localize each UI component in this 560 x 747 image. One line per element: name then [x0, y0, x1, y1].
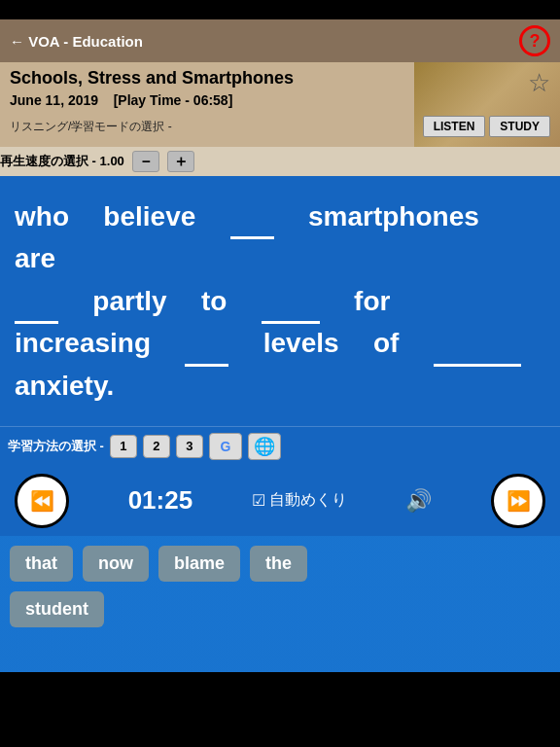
- word-chip-student[interactable]: student: [10, 591, 104, 627]
- word-choices-row-1: that now blame the: [10, 546, 550, 582]
- study-button[interactable]: STUDY: [489, 116, 550, 137]
- word-chip-now[interactable]: now: [83, 546, 149, 582]
- header-top: ← VOA - Education ?: [0, 19, 560, 62]
- word-smartphones: smartphones: [308, 201, 479, 231]
- word-increasing: increasing: [15, 328, 151, 358]
- help-button[interactable]: ?: [519, 25, 550, 56]
- study-num-btn-2[interactable]: 2: [143, 435, 170, 458]
- word-chip-blame[interactable]: blame: [158, 546, 240, 582]
- article-date: June 11, 2019: [10, 92, 98, 108]
- word-levels: levels: [263, 328, 339, 358]
- article-title: Schools, Stress and Smartphones: [10, 68, 550, 89]
- fast-forward-button[interactable]: ⏩: [491, 474, 545, 528]
- speed-label: 再生速度の選択 - 1.00: [0, 153, 124, 170]
- word-chip-that[interactable]: that: [10, 546, 73, 582]
- blank-3: [262, 320, 320, 324]
- study-method-row: 学習方法の選択 - 1 2 3 G 🌐: [0, 426, 560, 466]
- time-display: 01:25: [128, 485, 193, 516]
- study-num-btn-1[interactable]: 1: [110, 435, 137, 458]
- word-chip-the[interactable]: the: [250, 546, 307, 582]
- study-num-btn-3[interactable]: 3: [176, 435, 203, 458]
- word-to: to: [201, 286, 227, 316]
- word-believe: believe: [103, 201, 195, 231]
- word-for: for: [354, 286, 390, 316]
- article-meta: June 11, 2019 [Play Time - 06:58]: [10, 92, 550, 108]
- google-translate-button[interactable]: G: [209, 433, 242, 460]
- word-who: who: [15, 201, 69, 231]
- word-choices-row-2: student: [10, 591, 550, 627]
- auto-scroll-check[interactable]: ☑: [252, 491, 265, 510]
- auto-scroll: ☑ 自動めくり: [252, 490, 347, 511]
- speed-increase-button[interactable]: ＋: [167, 151, 194, 172]
- word-anxiety: anxiety.: [15, 371, 114, 401]
- header: ← VOA - Education ? Schools, Stress and …: [0, 19, 560, 176]
- star-button[interactable]: ☆: [528, 68, 550, 98]
- speed-row: 再生速度の選択 - 1.00 － ＋: [0, 147, 560, 176]
- play-time: [Play Time - 06:58]: [114, 92, 233, 108]
- speed-decrease-button[interactable]: －: [132, 151, 159, 172]
- word-choices-area: that now blame the student: [0, 536, 560, 672]
- listen-button[interactable]: LISTEN: [423, 116, 486, 137]
- playback-row: ⏪ 01:25 ☑ 自動めくり 🔊 ⏩: [0, 466, 560, 536]
- main-content: who believe smartphones are partly to fo…: [0, 176, 560, 426]
- status-bar: [0, 0, 560, 19]
- blank-2: [15, 320, 58, 324]
- fill-text: who believe smartphones are partly to fo…: [15, 196, 545, 407]
- word-partly: partly: [92, 286, 166, 316]
- mode-buttons: LISTEN STUDY: [423, 116, 550, 137]
- blank-4: [185, 363, 228, 367]
- back-button[interactable]: ← VOA - Education: [10, 33, 143, 50]
- word-are: are: [15, 243, 55, 273]
- mode-row: リスニング/学習モードの選択 - LISTEN STUDY: [10, 112, 550, 141]
- auto-scroll-label: 自動めくり: [269, 490, 347, 511]
- word-of: of: [373, 328, 399, 358]
- browser-button[interactable]: 🌐: [248, 433, 281, 460]
- study-method-label: 学習方法の選択 -: [8, 438, 104, 455]
- header-content: Schools, Stress and Smartphones ☆ June 1…: [0, 62, 560, 147]
- volume-icon[interactable]: 🔊: [405, 488, 432, 514]
- bottom-controls: 学習方法の選択 - 1 2 3 G 🌐 ⏪ 01:25 ☑ 自動めくり 🔊 ⏩: [0, 426, 560, 536]
- mode-label: リスニング/学習モードの選択 -: [10, 119, 172, 135]
- rewind-button[interactable]: ⏪: [15, 474, 69, 528]
- blank-1: [230, 235, 274, 239]
- blank-5: [434, 363, 521, 367]
